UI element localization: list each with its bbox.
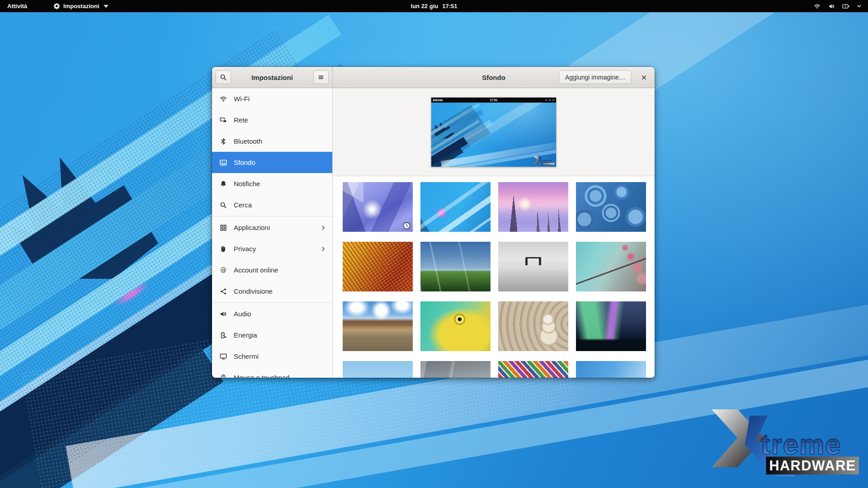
wallpaper-thumbnail[interactable] bbox=[343, 301, 413, 351]
preview-wallpaper-scene: treme HARDWARE bbox=[431, 103, 556, 167]
time-of-day-badge-icon bbox=[403, 222, 410, 230]
network-icon bbox=[220, 117, 227, 124]
wallpaper-icon bbox=[220, 159, 227, 166]
wallpaper-thumbnail[interactable] bbox=[420, 301, 491, 351]
preview-battery-h-icon bbox=[552, 99, 555, 101]
settings-window: Impostazioni Sfondo Aggiungi immagine… W… bbox=[212, 67, 655, 378]
wallpaper-thumbnail[interactable] bbox=[498, 301, 568, 351]
sidebar-item-label: Cerca bbox=[234, 201, 252, 209]
sidebar-item-condivisione[interactable]: Condivisione bbox=[212, 281, 332, 302]
hamburger-icon bbox=[317, 74, 325, 81]
xtreme-hardware-logo: treme HARDWARE bbox=[708, 409, 861, 476]
sidebar-item-label: Applicazioni bbox=[234, 224, 270, 231]
window-body: Wi-FiReteBluetoothSfondoNotificheCercaAp… bbox=[212, 88, 655, 378]
at-icon: @ bbox=[220, 267, 227, 274]
wallpaper-thumbnail[interactable] bbox=[420, 182, 491, 232]
sidebar: Wi-FiReteBluetoothSfondoNotificheCercaAp… bbox=[212, 88, 333, 378]
sidebar-item-account-online[interactable]: @Account online bbox=[212, 259, 332, 281]
sidebar-item-sfondo[interactable]: Sfondo bbox=[212, 152, 332, 173]
sidebar-item-privacy[interactable]: Privacy bbox=[212, 238, 332, 259]
battery-icon bbox=[220, 332, 227, 339]
sidebar-item-applicazioni[interactable]: Applicazioni bbox=[212, 217, 332, 238]
logo-treme-text: treme bbox=[541, 159, 552, 163]
battery-h-icon bbox=[842, 3, 850, 9]
sidebar-item-label: Sfondo bbox=[234, 159, 255, 166]
display-icon bbox=[220, 353, 227, 360]
logo-treme-text: treme bbox=[761, 429, 842, 460]
sidebar-item-bluetooth[interactable]: Bluetooth bbox=[212, 131, 332, 152]
app-menu-label: Impostazioni bbox=[63, 3, 99, 9]
wallpaper-thumbnail[interactable] bbox=[420, 361, 491, 378]
logo-hardware-text: HARDWARE bbox=[542, 162, 555, 164]
close-button[interactable] bbox=[638, 71, 650, 83]
sidebar-item-rete[interactable]: Rete bbox=[212, 109, 332, 131]
volume-icon bbox=[828, 3, 835, 9]
wallpaper-thumbnail[interactable] bbox=[343, 242, 413, 291]
wallpaper-grid bbox=[333, 176, 655, 378]
activities-button[interactable]: Attività bbox=[0, 0, 34, 12]
gear-icon bbox=[53, 3, 60, 9]
sidebar-headerbar: Impostazioni bbox=[212, 67, 333, 88]
add-image-button[interactable]: Aggiungi immagine… bbox=[559, 70, 632, 84]
speaker-icon bbox=[220, 310, 227, 318]
preview-volume-icon bbox=[548, 99, 551, 101]
preview-wallpaper-image: treme HARDWARE bbox=[431, 103, 556, 167]
wifi-icon bbox=[813, 3, 821, 9]
hand-icon bbox=[220, 245, 227, 253]
wifi-icon bbox=[220, 95, 227, 103]
xtreme-hardware-logo: treme HARDWARE bbox=[533, 156, 555, 165]
app-menu-button[interactable]: Impostazioni bbox=[50, 0, 113, 12]
sidebar-item-mouse-e-touchpad[interactable]: Mouse e touchpad bbox=[212, 367, 332, 378]
sidebar-item-label: Bluetooth bbox=[234, 137, 262, 145]
sidebar-item-label: Energia bbox=[234, 331, 257, 339]
background-panel: Attività 17:51 bbox=[333, 88, 655, 378]
sidebar-item-wi-fi[interactable]: Wi-Fi bbox=[212, 88, 332, 109]
wallpaper-thumbnail[interactable] bbox=[343, 182, 413, 232]
sidebar-item-notifiche[interactable]: Notifiche bbox=[212, 173, 332, 194]
chevron-down-icon bbox=[857, 4, 862, 9]
wallpaper-thumbnail[interactable] bbox=[343, 361, 413, 378]
clock[interactable]: lun 22 giu 17:51 bbox=[411, 3, 458, 9]
sidebar-item-cerca[interactable]: Cerca bbox=[212, 194, 332, 216]
wallpaper-thumbnail[interactable] bbox=[576, 242, 646, 291]
sidebar-item-audio[interactable]: Audio bbox=[212, 303, 332, 324]
wallpaper-thumbnail[interactable] bbox=[498, 182, 568, 232]
top-bar: Attività Impostazioni lun 22 giu 17:51 bbox=[0, 0, 868, 12]
bell-icon bbox=[220, 180, 227, 188]
apps-grid-icon bbox=[220, 224, 227, 231]
search-button[interactable] bbox=[216, 70, 231, 84]
system-status-area[interactable] bbox=[813, 0, 868, 12]
logo-hardware-text: HARDWARE bbox=[769, 458, 856, 473]
current-wallpaper-section: Attività 17:51 bbox=[333, 88, 655, 176]
preview-activities-label: Attività bbox=[433, 99, 443, 102]
sidebar-item-label: Notifiche bbox=[234, 180, 260, 188]
sidebar-item-label: Schermi bbox=[234, 352, 259, 360]
wallpaper-thumbnail[interactable] bbox=[576, 301, 646, 351]
sidebar-separator bbox=[212, 216, 332, 216]
sidebar-item-label: Privacy bbox=[234, 245, 256, 253]
sidebar-item-energia[interactable]: Energia bbox=[212, 324, 332, 346]
wallpaper-thumbnail[interactable] bbox=[498, 361, 568, 378]
wallpaper-thumbnail[interactable] bbox=[498, 242, 568, 291]
sidebar-item-label: Rete bbox=[234, 116, 248, 124]
sidebar-item-label: Account online bbox=[234, 266, 278, 274]
mouse-icon bbox=[220, 374, 227, 378]
content-headerbar: Sfondo Aggiungi immagine… bbox=[333, 67, 655, 88]
hamburger-menu-button[interactable] bbox=[313, 70, 329, 84]
wallpaper-thumbnail[interactable] bbox=[576, 182, 646, 232]
sidebar-item-schermi[interactable]: Schermi bbox=[212, 346, 332, 367]
sidebar-item-label: Mouse e touchpad bbox=[234, 374, 289, 378]
close-icon bbox=[641, 74, 647, 81]
sidebar-item-label: Wi-Fi bbox=[234, 95, 250, 103]
share-icon bbox=[220, 288, 227, 295]
wallpaper-thumbnail[interactable] bbox=[420, 242, 491, 291]
preview-clock: 17:51 bbox=[490, 99, 498, 102]
search-icon bbox=[220, 74, 227, 81]
clock-time: 17:51 bbox=[442, 3, 457, 9]
chevron-right-icon bbox=[320, 225, 326, 231]
wallpaper-thumbnail[interactable] bbox=[576, 361, 646, 378]
preview-status-icons bbox=[545, 99, 555, 101]
caret-down-icon bbox=[103, 3, 109, 9]
headerbar[interactable]: Impostazioni Sfondo Aggiungi immagine… bbox=[212, 67, 655, 88]
preview-top-bar: Attività 17:51 bbox=[431, 98, 556, 103]
